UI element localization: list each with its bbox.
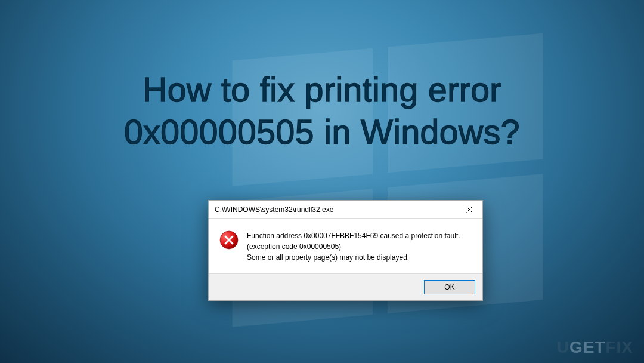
headline-line-2: 0x00000505 in Windows?: [124, 113, 520, 151]
dialog-body: Function address 0x00007FFBBF154F69 caus…: [209, 219, 482, 273]
watermark-text: UGETFIX: [557, 338, 633, 357]
close-button[interactable]: [456, 201, 482, 219]
dialog-title: C:\WINDOWS\system32\rundll32.exe: [215, 205, 333, 214]
message-line-3: Some or all property page(s) may not be …: [247, 252, 460, 263]
background-windows-logo: [0, 0, 644, 363]
page-headline: How to fix printing error 0x00000505 in …: [0, 69, 644, 154]
dialog-footer: OK: [209, 273, 482, 300]
message-line-1: Function address 0x00007FFBBF154F69 caus…: [247, 230, 460, 241]
error-dialog: C:\WINDOWS\system32\rundll32.exe Functio…: [208, 200, 483, 301]
error-icon: [219, 230, 239, 250]
headline-line-1: How to fix printing error: [143, 70, 501, 109]
dialog-titlebar: C:\WINDOWS\system32\rundll32.exe: [209, 201, 482, 219]
message-line-2: (exception code 0x00000505): [247, 241, 460, 252]
windows-logo-icon: [203, 0, 572, 363]
dialog-message: Function address 0x00007FFBBF154F69 caus…: [247, 230, 460, 263]
ok-button[interactable]: OK: [424, 280, 475, 294]
close-icon: [466, 207, 472, 213]
